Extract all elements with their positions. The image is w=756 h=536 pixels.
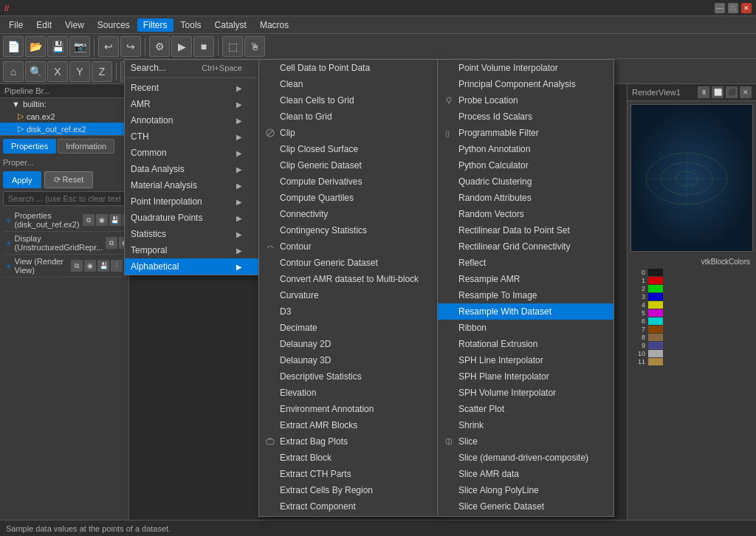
- expand-plus-3[interactable]: +: [6, 261, 12, 272]
- item-ribbon[interactable]: Ribbon: [438, 320, 614, 336]
- menu-sources[interactable]: Sources: [92, 18, 136, 32]
- item-programmable-filter[interactable]: {} Programmable Filter: [438, 125, 614, 141]
- item-pca[interactable]: Principal Component Analysis: [438, 76, 614, 92]
- row-copy-2[interactable]: ⧉: [106, 237, 117, 249]
- item-sph-volume[interactable]: SPH Volume Interpolator: [438, 385, 614, 401]
- render-max-btn[interactable]: ⬛: [726, 86, 738, 98]
- item-elevation[interactable]: Elevation: [259, 385, 439, 401]
- toolbar2-view-z[interactable]: Z: [92, 61, 112, 82]
- item-contour-generic[interactable]: Contour Generic Dataset: [259, 255, 439, 271]
- pipeline-can[interactable]: ▷ can.ex2: [0, 110, 128, 123]
- menu-amr[interactable]: AMR ▶: [125, 96, 260, 112]
- item-clip[interactable]: Clip: [259, 125, 439, 141]
- item-curvature[interactable]: Curvature: [259, 287, 439, 303]
- row-save-1[interactable]: 💾: [109, 214, 121, 226]
- item-compute-quartiles[interactable]: Compute Quartiles: [259, 190, 439, 206]
- item-resample-with-dataset[interactable]: Resample With Dataset: [438, 303, 614, 320]
- item-probe-location[interactable]: Probe Location: [438, 92, 614, 109]
- toolbar-save[interactable]: 💾: [47, 36, 68, 57]
- menu-file[interactable]: File: [3, 18, 29, 32]
- toolbar2-reset-camera[interactable]: ⌂: [3, 61, 24, 82]
- search-input[interactable]: [3, 191, 126, 206]
- menu-quadrature-points[interactable]: Quadrature Points ▶: [125, 210, 260, 226]
- item-extract-component[interactable]: Extract Component: [259, 498, 439, 515]
- item-point-volume-interp[interactable]: Point Volume Interpolator: [438, 60, 614, 76]
- toolbar-open[interactable]: 📂: [25, 36, 46, 57]
- toolbar-connect[interactable]: ⚙: [149, 36, 170, 57]
- menu-annotation[interactable]: Annotation ▶: [125, 112, 260, 128]
- tab-information[interactable]: Information: [58, 139, 114, 154]
- item-extract-cth-parts[interactable]: Extract CTH Parts: [259, 466, 439, 482]
- toolbar-play[interactable]: ▶: [171, 36, 192, 57]
- item-convert-amr[interactable]: Convert AMR dataset to Multi-block: [259, 271, 439, 287]
- item-contour[interactable]: Contour: [259, 238, 439, 255]
- toolbar-interact[interactable]: 🖱: [244, 36, 265, 57]
- menu-common[interactable]: Common ▶: [125, 145, 260, 161]
- menu-catalyst[interactable]: Catalyst: [209, 18, 252, 32]
- item-slice[interactable]: Slice: [438, 433, 614, 450]
- item-clean-to-grid[interactable]: Clean to Grid: [259, 109, 439, 125]
- item-clean[interactable]: Clean: [259, 76, 439, 92]
- item-extract-amr-blocks[interactable]: Extract AMR Blocks: [259, 417, 439, 433]
- apply-button[interactable]: Apply: [3, 171, 41, 188]
- minimize-button[interactable]: —: [715, 3, 725, 13]
- item-descriptive-stats[interactable]: Descriptive Statistics: [259, 368, 439, 385]
- maximize-button[interactable]: □: [728, 3, 738, 13]
- pipeline-disk[interactable]: ▷ disk_out_ref.ex2: [0, 123, 128, 135]
- menu-point-interpolation[interactable]: Point Interpolation ▶: [125, 193, 260, 210]
- item-extract-block[interactable]: Extract Block: [259, 450, 439, 466]
- menu-tools[interactable]: Tools: [175, 18, 207, 32]
- item-resample-amr[interactable]: Resample AMR: [438, 271, 614, 287]
- item-compute-derivatives[interactable]: Compute Derivatives: [259, 173, 439, 190]
- menu-view[interactable]: View: [59, 18, 90, 32]
- item-shrink[interactable]: Shrink: [438, 417, 614, 433]
- item-rectilinear-grid-conn[interactable]: Rectilinear Grid Connectivity: [438, 238, 614, 255]
- item-slice-generic[interactable]: Slice Generic Dataset: [438, 498, 614, 515]
- item-python-annotation[interactable]: Python Annotation: [438, 141, 614, 157]
- item-reflect[interactable]: Reflect: [438, 255, 614, 271]
- toolbar-undo[interactable]: ↩: [98, 36, 119, 57]
- item-delaunay-2d[interactable]: Delaunay 2D: [259, 336, 439, 352]
- item-extract-cells-by-region[interactable]: Extract Cells By Region: [259, 482, 439, 498]
- item-random-vectors[interactable]: Random Vectors: [438, 206, 614, 222]
- render-restore-btn[interactable]: ⬜: [712, 86, 724, 98]
- item-sph-plane[interactable]: SPH Plane Interpolator: [438, 368, 614, 385]
- item-scatter-plot[interactable]: Scatter Plot: [438, 401, 614, 417]
- right-submenu[interactable]: Point Volume Interpolator Principal Comp…: [437, 59, 614, 517]
- item-slice-amr[interactable]: Slice AMR data: [438, 466, 614, 482]
- item-resample-to-image[interactable]: Resample To Image: [438, 287, 614, 303]
- tab-properties[interactable]: Properties: [3, 139, 56, 154]
- row-eye-3[interactable]: ◉: [84, 260, 96, 272]
- row-more-3[interactable]: ⋮: [111, 260, 123, 272]
- row-copy-3[interactable]: ⧉: [71, 260, 83, 272]
- toolbar2-view-y[interactable]: Y: [69, 61, 90, 82]
- item-quadric-clustering[interactable]: Quadric Clustering: [438, 173, 614, 190]
- item-contingency-stats[interactable]: Contingency Statistics: [259, 222, 439, 238]
- item-delaunay-3d[interactable]: Delaunay 3D: [259, 352, 439, 368]
- close-button[interactable]: ✕: [741, 3, 752, 13]
- item-process-id-scalars[interactable]: Process Id Scalars: [438, 109, 614, 125]
- toolbar2-zoom-in[interactable]: 🔍: [25, 61, 46, 82]
- item-d3[interactable]: D3: [259, 303, 439, 320]
- menu-alphabetical[interactable]: Alphabetical ▶: [125, 258, 260, 275]
- filters-dropdown[interactable]: Search... Ctrl+Space Recent ▶ AMR ▶ Anno…: [124, 59, 261, 275]
- item-rotational-extrusion[interactable]: Rotational Extrusion: [438, 336, 614, 352]
- item-decimate[interactable]: Decimate: [259, 320, 439, 336]
- menu-edit[interactable]: Edit: [30, 18, 58, 32]
- item-python-calculator[interactable]: Python Calculator: [438, 157, 614, 173]
- toolbar-new[interactable]: 📄: [3, 36, 24, 57]
- toolbar-screenshot[interactable]: 📷: [69, 36, 90, 57]
- item-slice-along-polyline[interactable]: Slice Along PolyLine: [438, 482, 614, 498]
- toolbar2-view-x[interactable]: X: [47, 61, 68, 82]
- item-extract-edges[interactable]: Extract Edges: [259, 515, 439, 517]
- item-slice-demand[interactable]: Slice (demand-driven-composite): [438, 450, 614, 466]
- reset-button[interactable]: ⟳ Reset: [44, 171, 94, 188]
- render-pause-btn[interactable]: ⏸: [698, 86, 709, 98]
- menu-macros[interactable]: Macros: [254, 18, 295, 32]
- menu-recent[interactable]: Recent ▶: [125, 80, 260, 96]
- item-clip-generic-dataset[interactable]: Clip Generic Dataset: [259, 157, 439, 173]
- expand-plus-1[interactable]: +: [6, 215, 12, 226]
- alpha-submenu[interactable]: Cell Data to Point Data Clean Clean Cell…: [258, 59, 439, 517]
- row-save-3[interactable]: 💾: [97, 260, 109, 272]
- menu-search[interactable]: Search... Ctrl+Space: [125, 60, 260, 76]
